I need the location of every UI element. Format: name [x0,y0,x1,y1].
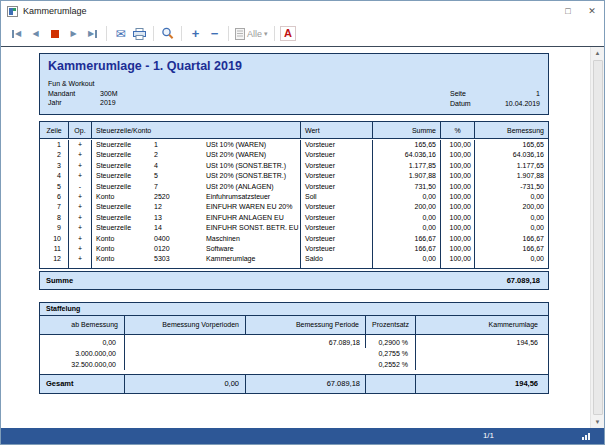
datum-label: Datum [450,99,488,109]
column-header-summe: Summe [373,122,441,138]
email-button[interactable]: ✉ [111,25,130,43]
maximize-button[interactable]: □ [556,2,580,20]
zoom-out-button[interactable]: − [205,25,224,43]
export-pages-dropdown[interactable]: Alle ▾ [233,25,270,43]
staffelung-header: ab Bemessung Bemessung Vorperioden Bemes… [40,316,548,335]
column-header-steuerzeile-konto: Steuerzeile/Konto [92,122,301,138]
jahr-value: 2019 [100,98,116,108]
zoom-in-button[interactable]: + [186,25,205,43]
envelope-icon: ✉ [115,27,125,41]
kammerumlage-value: 194,56 [416,335,548,348]
vertical-scrollbar[interactable]: ▲ ▼ [590,47,604,428]
next-page-icon: ▶ [70,29,76,38]
staffelung-title: Staffelung [40,303,548,316]
toolbar-separator [274,26,275,41]
mandant-value: 300M [100,89,118,99]
seite-label: Seite [450,89,488,99]
report-page: Kammerumlage - 1. Quartal 2019 Fun & Wor… [39,53,549,394]
window-title: Kammerumlage [23,6,87,16]
window-controls: □ ✕ [556,2,604,20]
main-table: Zeile Op. Steuerzeile/Konto Wert Summe %… [39,121,549,269]
printer-icon [133,28,146,40]
main-table-body: 1 + Steuerzeile1USt 10% (WAREN) Vorsteue… [40,139,548,265]
main-table-header: Zeile Op. Steuerzeile/Konto Wert Summe %… [40,122,548,139]
prozentsatz-values: 0,2900 % 0,2755 % 0,2552 % [366,335,416,370]
seite-value: 1 [488,89,540,99]
previous-page-button[interactable]: ◀ [26,25,45,43]
toolbar-separator [181,26,182,41]
magnifier-icon [161,27,174,40]
column-header-op: Op. [69,122,92,138]
scroll-up-icon[interactable]: ▲ [595,47,601,59]
table-row: 12 + Konto5303Kammerumlage Saldo 0,00 10… [40,254,548,264]
report-meta-right: Seite1 Datum10.04.2019 [450,89,540,108]
signal-bars-icon [582,433,590,440]
table-row: 8 + Steuerzeile13EINFUHR ANLAGEN EU Vors… [40,213,548,223]
last-page-icon: ▶ [88,29,97,38]
column-header-bemessung-periode: Bemessung Periode [246,316,366,334]
report-viewport: Kammerumlage - 1. Quartal 2019 Fun & Wor… [1,47,590,428]
chevron-down-icon: ▾ [264,30,268,38]
page-indicator: 1/1 [483,431,494,440]
table-row: 9 + Steuerzeile14EINFUHR SONST. BETR. EU… [40,223,548,233]
datum-value: 10.04.2019 [488,99,540,109]
table-row: 7 + Steuerzeile12EINFUHR WAREN EU 20% Vo… [40,202,548,212]
ab-bemessung-values: 0,00 3.000.000,00 32.500.000,00 [40,335,125,370]
table-row: 2 + Steuerzeile2USt 20% (WAREN) Vorsteue… [40,150,548,160]
table-row: 1 + Steuerzeile1USt 10% (WAREN) Vorsteue… [40,140,548,150]
report-window: Kammerumlage □ ✕ ◀ ◀ ▶ ▶ ✉ + − Alle ▾ A [0,0,605,445]
next-page-button[interactable]: ▶ [64,25,83,43]
pdf-export-button[interactable]: A [279,25,298,43]
zoom-button[interactable] [158,25,177,43]
table-row: 4 + Steuerzeile5USt 20% (SONST.BETR.) Vo… [40,171,548,181]
toolbar-separator [106,26,107,41]
report-header: Kammerumlage - 1. Quartal 2019 Fun & Wor… [39,53,549,115]
column-header-prozentsatz: Prozentsatz [366,316,416,334]
page-icon [235,28,245,40]
scroll-thumb[interactable] [593,60,603,415]
staffelung-table: Staffelung ab Bemessung Bemessung Vorper… [39,302,549,394]
summe-row: Summe 67.089,18 [39,271,549,290]
table-row: 6 + Konto2520Einfuhrumsatzsteuer Soll 0,… [40,192,548,202]
summe-label: Summe [40,276,73,285]
export-pages-label: Alle [247,29,262,39]
title-bar: Kammerumlage □ ✕ [1,1,604,21]
table-row: 3 + Steuerzeile4USt 10% (SONST.BETR.) Vo… [40,161,548,171]
jahr-label: Jahr [48,98,100,108]
column-header-bemessung: Bemessung [475,122,548,138]
first-page-icon: ◀ [12,29,21,38]
table-row: 10 + Konto0400Maschinen Vorsteuer 166,67… [40,234,548,244]
toolbar-separator [153,26,154,41]
column-header-ab-bemessung: ab Bemessung [40,316,125,334]
toolbar-separator [228,26,229,41]
table-filler-row [40,265,548,268]
report-title: Kammerumlage - 1. Quartal 2019 [48,59,540,73]
stop-button[interactable] [45,25,64,43]
print-button[interactable] [130,25,149,43]
gesamt-kammerumlage-value: 194,56 [416,375,548,393]
previous-page-icon: ◀ [32,29,38,38]
status-bar: 1/1 [1,428,604,444]
stop-icon [51,30,59,38]
app-icon [7,6,18,17]
table-row: 5 - Steuerzeile7USt 20% (ANLAGEN) Vorste… [40,182,548,192]
close-button[interactable]: ✕ [580,2,604,20]
gesamt-label: Gesamt [40,375,125,393]
gesamt-row: Gesamt 0,00 67.089,18 194,56 [40,375,548,393]
toolbar: ◀ ◀ ▶ ▶ ✉ + − Alle ▾ A [1,21,604,47]
column-header-zeile: Zeile [40,122,69,138]
content-area: Kammerumlage - 1. Quartal 2019 Fun & Wor… [1,47,604,428]
column-header-prozent: % [441,122,475,138]
gesamt-ab-value: 0,00 [125,375,246,393]
gesamt-periode-value: 67.089,18 [246,375,366,393]
column-header-bemessung-vorperioden: Bemessung Vorperioden [125,316,246,334]
scroll-down-icon[interactable]: ▼ [595,416,601,428]
table-row: 11 + Konto0120Software Vorsteuer 166,67 … [40,244,548,254]
bemessung-periode-value: 67.089,18 [246,335,366,348]
gesamt-prozent-empty [366,375,416,393]
mandant-label: Mandant [48,89,100,99]
last-page-button[interactable]: ▶ [83,25,102,43]
staffelung-body: 0,00 3.000.000,00 32.500.000,00 67.089,1… [40,335,548,375]
first-page-button[interactable]: ◀ [7,25,26,43]
column-header-kammerumlage: Kammerumlage [416,316,548,334]
